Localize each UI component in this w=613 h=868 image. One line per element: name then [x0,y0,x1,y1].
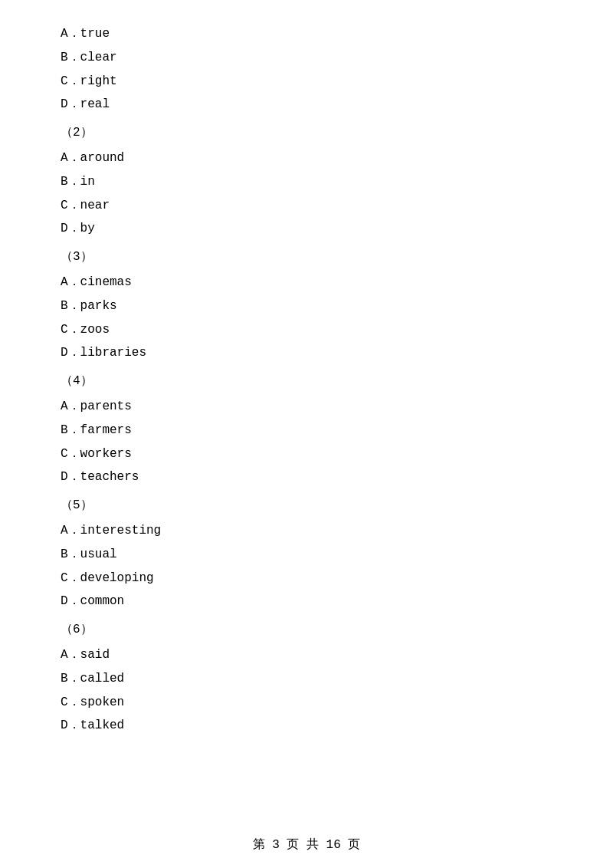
item-0-0: A．true [61,23,552,45]
item-2-2: C．zoos [61,319,552,341]
group-label-2: （3） [61,246,552,268]
item-2-3: D．libraries [61,342,552,364]
item-4-2: C．developing [61,567,552,590]
item-5-3: D．talked [61,715,552,737]
item-4-1: B．usual [61,544,552,566]
item-3-0: A．parents [61,396,552,418]
item-0-1: B．clear [61,47,552,69]
page-footer: 第 3 页 共 16 页 [0,837,613,853]
item-1-3: D．by [61,218,552,240]
item-0-2: C．right [61,71,552,93]
item-1-1: B．in [61,171,552,193]
group-label-3: （4） [61,370,552,393]
item-5-2: C．spoken [61,692,552,714]
item-3-1: B．farmers [61,419,552,442]
item-1-0: A．around [61,147,552,169]
group-label-1: （2） [61,122,552,144]
item-0-3: D．real [61,94,552,116]
group-label-5: （6） [61,619,552,641]
item-3-3: D．teachers [61,466,552,488]
item-5-0: A．said [61,644,552,666]
footer-text: 第 3 页 共 16 页 [253,838,361,852]
main-content: A．trueB．clearC．rightD．real（2）A．aroundB．i… [0,0,613,784]
item-4-0: A．interesting [61,520,552,542]
item-2-0: A．cinemas [61,271,552,294]
item-5-1: B．called [61,668,552,690]
item-1-2: C．near [61,195,552,217]
item-3-2: C．workers [61,443,552,465]
group-label-4: （5） [61,495,552,517]
item-2-1: B．parks [61,295,552,317]
item-4-3: D．common [61,590,552,613]
